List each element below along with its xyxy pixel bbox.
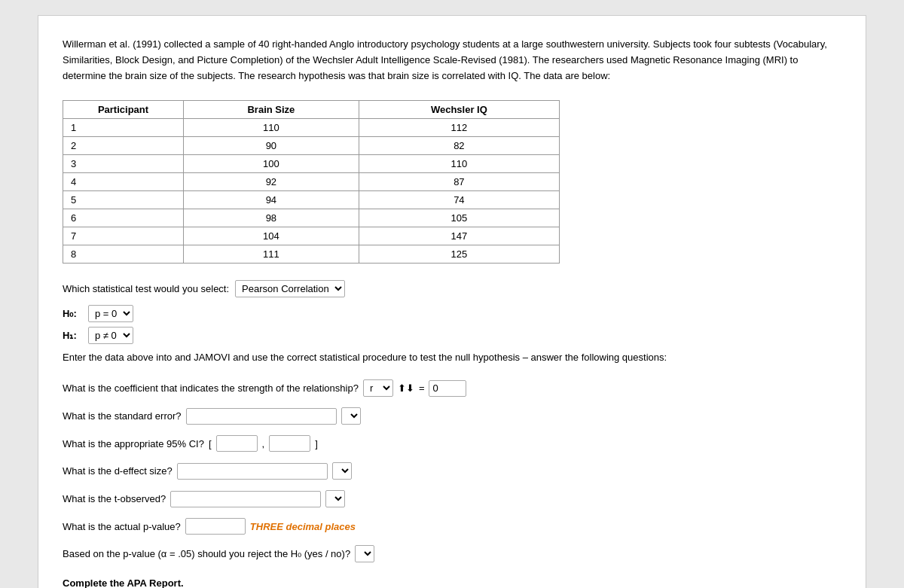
- q3-comma: ,: [262, 438, 265, 449]
- complete-apa-label: Complete the APA Report.: [63, 577, 841, 588]
- table-cell-participant: 7: [63, 227, 184, 245]
- q4-input[interactable]: [177, 463, 328, 480]
- question-6-row: What is the actual p-value? THREE decima…: [63, 518, 841, 535]
- table-cell-brain-size: 104: [184, 227, 359, 245]
- table-cell-brain-size: 100: [184, 155, 359, 173]
- statistical-test-select[interactable]: Pearson CorrelationIndependent t-testPai…: [235, 280, 345, 297]
- data-table: Participant Brain Size Wechsler IQ 11101…: [63, 100, 560, 264]
- table-row: 29082: [63, 137, 560, 155]
- q1-coefficient-select[interactable]: r: [363, 379, 393, 397]
- table-cell-participant: 2: [63, 137, 184, 155]
- statistical-test-row: Which statistical test would you select:…: [63, 280, 841, 297]
- table-cell-brain-size: 111: [184, 245, 359, 264]
- table-cell-iq: 105: [359, 209, 559, 227]
- statistical-test-label: Which statistical test would you select:: [63, 283, 229, 294]
- h0-label: H₀:: [63, 308, 84, 319]
- q5-select[interactable]: [325, 490, 345, 507]
- q1-value-input[interactable]: [429, 380, 466, 397]
- table-cell-brain-size: 98: [184, 209, 359, 227]
- table-cell-brain-size: 92: [184, 173, 359, 191]
- table-cell-participant: 3: [63, 155, 184, 173]
- h1-select[interactable]: p ≠ 0p = 0: [88, 327, 133, 344]
- table-cell-brain-size: 110: [184, 119, 359, 137]
- table-row: 59474: [63, 191, 560, 209]
- question-3-row: What is the appropriate 95% CI? [ , ]: [63, 435, 841, 452]
- table-cell-iq: 112: [359, 119, 559, 137]
- col-header-wechsler-iq: Wechsler IQ: [359, 101, 559, 119]
- table-row: 3100110: [63, 155, 560, 173]
- table-cell-participant: 6: [63, 209, 184, 227]
- table-cell-participant: 4: [63, 173, 184, 191]
- q1-equals-icon: ⬆⬇: [398, 382, 414, 394]
- col-header-brain-size: Brain Size: [184, 101, 359, 119]
- q1-equals-sign: =: [419, 382, 425, 394]
- intro-text: Willerman et al. (1991) collected a samp…: [63, 37, 841, 84]
- table-cell-iq: 110: [359, 155, 559, 173]
- q6-input[interactable]: [185, 518, 246, 535]
- page-container: Willerman et al. (1991) collected a samp…: [38, 15, 866, 588]
- q3-label: What is the appropriate 95% CI?: [63, 438, 204, 449]
- table-row: 8111125: [63, 245, 560, 264]
- q7-label: Based on the p-value (α = .05) should yo…: [63, 548, 350, 559]
- q2-select[interactable]: [341, 407, 361, 425]
- table-cell-iq: 125: [359, 245, 559, 264]
- q6-label: What is the actual p-value?: [63, 521, 181, 532]
- q6-highlight: THREE decimal places: [250, 521, 356, 532]
- q5-label: What is the t-observed?: [63, 493, 166, 504]
- table-cell-brain-size: 90: [184, 137, 359, 155]
- h1-row: H₁: p ≠ 0p = 0: [63, 327, 841, 344]
- col-header-participant: Participant: [63, 101, 184, 119]
- q7-select[interactable]: yes no: [355, 545, 374, 562]
- q3-bracket-close: ]: [315, 438, 318, 449]
- table-cell-participant: 8: [63, 245, 184, 264]
- q1-label: What is the coefficient that indicates t…: [63, 382, 359, 394]
- table-row: 1110112: [63, 119, 560, 137]
- table-row: 49287: [63, 173, 560, 191]
- table-row: 7104147: [63, 227, 560, 245]
- table-cell-iq: 82: [359, 137, 559, 155]
- h1-label: H₁:: [63, 330, 84, 341]
- question-4-row: What is the d-effect size?: [63, 462, 841, 480]
- h0-row: H₀: p = 0p ≠ 0: [63, 305, 841, 322]
- q3-lower-input[interactable]: [216, 435, 258, 452]
- table-cell-participant: 5: [63, 191, 184, 209]
- enter-instruction: Enter the data above into and JAMOVI and…: [63, 352, 841, 363]
- q5-input[interactable]: [170, 491, 321, 507]
- table-cell-participant: 1: [63, 119, 184, 137]
- table-cell-iq: 74: [359, 191, 559, 209]
- table-cell-iq: 147: [359, 227, 559, 245]
- h0-select[interactable]: p = 0p ≠ 0: [88, 305, 133, 322]
- q2-label: What is the standard error?: [63, 410, 182, 422]
- q4-select[interactable]: [332, 462, 352, 480]
- question-7-row: Based on the p-value (α = .05) should yo…: [63, 545, 841, 562]
- question-2-row: What is the standard error?: [63, 407, 841, 425]
- q3-bracket-open: [: [209, 438, 212, 449]
- q2-input[interactable]: [186, 408, 337, 425]
- q3-upper-input[interactable]: [269, 435, 310, 452]
- question-1-row: What is the coefficient that indicates t…: [63, 379, 841, 397]
- table-row: 698105: [63, 209, 560, 227]
- question-5-row: What is the t-observed?: [63, 490, 841, 507]
- table-cell-iq: 87: [359, 173, 559, 191]
- q4-label: What is the d-effect size?: [63, 465, 173, 477]
- table-cell-brain-size: 94: [184, 191, 359, 209]
